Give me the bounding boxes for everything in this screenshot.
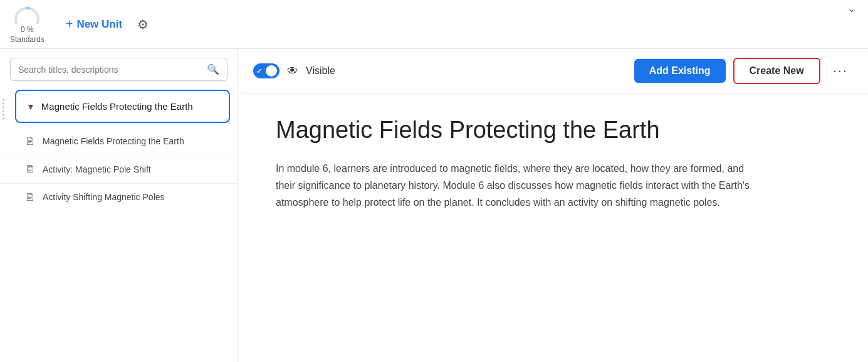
sub-item-label: Activity Shifting Magnetic Poles (43, 191, 165, 204)
toggle-switch[interactable]: ✓ (253, 63, 280, 78)
search-input[interactable] (18, 65, 207, 75)
toggle-thumb (266, 65, 277, 77)
plus-icon: + (66, 17, 73, 31)
chevron-down-icon: ▼ (26, 102, 35, 112)
content-body: Magnetic Fields Protecting the Earth In … (238, 93, 868, 362)
list-item[interactable]: 🖹 Activity Shifting Magnetic Poles (0, 184, 238, 211)
gear-icon: ⚙ (137, 18, 149, 31)
toggle-track[interactable]: ✓ (253, 63, 280, 78)
sidebar-content: 🔍 ▼ Magnetic Fields Protecting the Earth (0, 49, 238, 362)
list-item[interactable]: 🖹 Activity: Magnetic Pole Shift (0, 156, 238, 184)
document-icon: 🖹 (25, 192, 35, 203)
new-unit-button[interactable]: + New Unit (60, 13, 128, 35)
sub-items-list: 🖹 Magnetic Fields Protecting the Earth 🖹… (0, 128, 238, 211)
document-icon: 🖹 (25, 136, 35, 147)
new-unit-label: New Unit (76, 18, 122, 31)
unit-item[interactable]: ▼ Magnetic Fields Protecting the Earth (15, 90, 230, 123)
circle-gauge (13, 5, 41, 24)
sub-item-label: Magnetic Fields Protecting the Earth (43, 136, 184, 148)
content-title: Magnetic Fields Protecting the Earth (276, 116, 830, 145)
svg-point-0 (16, 8, 38, 24)
search-box[interactable]: 🔍 (10, 58, 227, 81)
content-toolbar-right: Add Existing Create New ··· (634, 58, 853, 84)
unit-item-label: Magnetic Fields Protecting the Earth (41, 100, 193, 113)
standards-circle: 0 % Standards (10, 5, 44, 44)
main-layout: 🔍 ▼ Magnetic Fields Protecting the Earth (0, 49, 868, 362)
list-item[interactable]: 🖹 Magnetic Fields Protecting the Earth (0, 128, 238, 156)
standards-percent: 0 % (21, 25, 34, 34)
document-icon: 🖹 (25, 164, 35, 175)
content-area: ✓ 👁 Visible Add Existing Create New ··· … (238, 49, 868, 362)
settings-button[interactable]: ⚙ (133, 13, 152, 36)
sidebar: 🔍 ▼ Magnetic Fields Protecting the Earth (0, 49, 238, 362)
dropdown-caret[interactable]: ⌄ (847, 3, 855, 14)
search-icon: 🔍 (207, 63, 219, 75)
standards-label: Standards (10, 35, 44, 44)
content-toolbar: ✓ 👁 Visible Add Existing Create New ··· (238, 49, 868, 93)
create-new-button[interactable]: Create New (733, 58, 820, 84)
toggle-check-icon: ✓ (256, 67, 262, 75)
sub-item-label: Activity: Magnetic Pole Shift (43, 164, 151, 176)
visible-label: Visible (306, 65, 335, 77)
more-menu-button[interactable]: ··· (828, 60, 853, 82)
drag-handle (0, 96, 10, 122)
content-description: In module 6, learners are introduced to … (276, 160, 752, 211)
eye-icon: 👁 (287, 65, 298, 78)
add-existing-button[interactable]: Add Existing (634, 59, 726, 83)
top-toolbar: 0 % Standards + New Unit ⚙ ⌄ (0, 0, 868, 49)
